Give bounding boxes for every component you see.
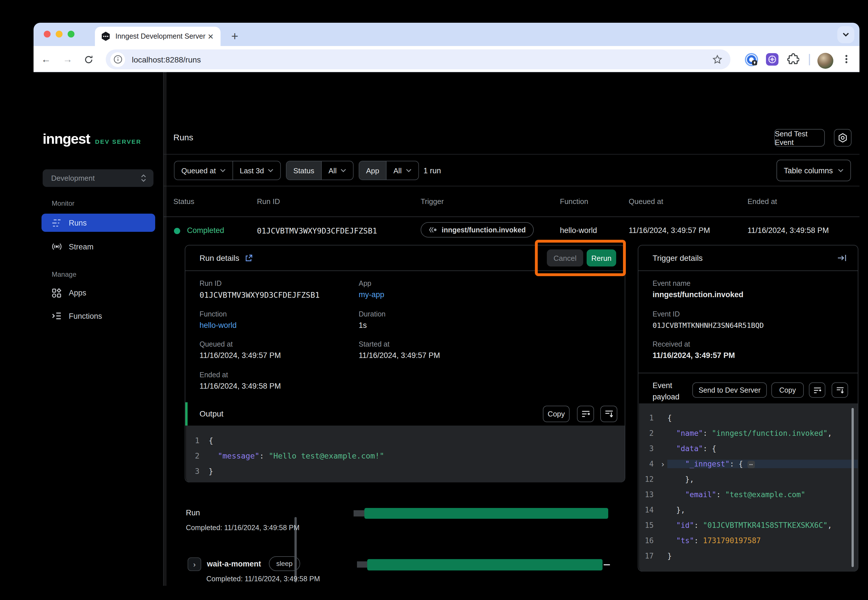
- section-manage-label: Manage: [52, 270, 76, 279]
- tab-search-button[interactable]: [837, 26, 854, 43]
- toolbar-divider: [809, 54, 810, 65]
- col-queued-at[interactable]: Queued at: [629, 197, 663, 206]
- code-line: 3 "data": {: [639, 441, 858, 456]
- send-test-event-button[interactable]: Send Test Event: [774, 129, 825, 147]
- line-number: 4: [639, 460, 658, 468]
- code-text: "email": "test@example.com": [667, 490, 858, 499]
- time-filter[interactable]: Queued at Last 3d: [174, 161, 281, 180]
- payload-code-block: 1{2 "name": "inngest/function.invoked",3…: [639, 403, 858, 571]
- external-link-icon[interactable]: [245, 254, 252, 262]
- sidebar-item-functions[interactable]: Functions: [41, 307, 155, 325]
- code-line: 3}: [186, 463, 625, 479]
- trigger-details-header: Trigger details: [638, 245, 858, 271]
- payload-wrap-icon[interactable]: [809, 382, 826, 398]
- step-expand-button[interactable]: ›: [188, 558, 201, 571]
- table-columns-button[interactable]: Table columns: [777, 160, 851, 181]
- zoom-window-button[interactable]: [68, 31, 74, 38]
- browser-toolbar: ← → localhost:8288/runs: [33, 46, 859, 72]
- status-filter-label: Status: [287, 161, 321, 180]
- sidebar-item-label: Functions: [69, 312, 102, 320]
- col-run-id[interactable]: Run ID: [257, 197, 280, 206]
- row-trigger-pill[interactable]: inngest/function.invoked: [420, 222, 534, 238]
- payload-scrollbar[interactable]: [851, 408, 853, 567]
- new-tab-button[interactable]: +: [227, 29, 243, 44]
- extensions-puzzle-icon[interactable]: [787, 53, 799, 65]
- function-link[interactable]: hello-world: [200, 321, 237, 330]
- payload-copy-button[interactable]: Copy: [771, 382, 804, 398]
- event-name-label: Event name: [653, 280, 690, 288]
- code-line: 16 "ts": 1731790197587: [639, 533, 858, 548]
- payload-expand-icon[interactable]: [832, 382, 848, 398]
- minimize-window-button[interactable]: [56, 31, 62, 38]
- timeline-run-label: Run: [186, 509, 200, 517]
- forward-button[interactable]: →: [60, 52, 75, 67]
- table-row[interactable]: Completed 01JCVBTMV3WXY9D3CFDEJFZSB1 inn…: [164, 217, 859, 244]
- gear-icon: [838, 133, 848, 143]
- collapse-panel-icon[interactable]: [837, 254, 847, 262]
- code-text: }: [667, 552, 858, 560]
- browser-window: Inngest Development Server ✕ + ← → local…: [33, 23, 859, 586]
- output-header[interactable]: Output Copy: [185, 402, 625, 426]
- timeline-step-bar[interactable]: [367, 559, 602, 570]
- bookmark-star-icon[interactable]: [712, 54, 722, 65]
- sidebar-item-stream[interactable]: Stream: [41, 238, 155, 256]
- output-copy-button[interactable]: Copy: [543, 406, 569, 422]
- status-dot: [174, 228, 180, 234]
- tab-strip: Inngest Development Server ✕ +: [33, 23, 859, 46]
- code-line: 2 "name": "inngest/function.invoked",: [639, 426, 858, 441]
- col-trigger[interactable]: Trigger: [420, 197, 444, 206]
- code-line: 1{: [186, 432, 625, 448]
- output-code-block: 1{2 "message": "Hello test@example.com!"…: [186, 426, 625, 482]
- tab-close-icon[interactable]: ✕: [206, 32, 215, 41]
- line-number: 17: [639, 552, 658, 560]
- favicon-inngest-icon: [101, 31, 111, 41]
- page-title: Runs: [173, 132, 193, 142]
- reload-button[interactable]: [81, 52, 96, 67]
- col-status[interactable]: Status: [173, 197, 194, 206]
- sidebar-item-apps[interactable]: Apps: [41, 283, 155, 302]
- row-ended-at: 11/16/2024, 3:49:58 PM: [748, 226, 829, 235]
- col-function[interactable]: Function: [560, 197, 588, 206]
- profile-avatar[interactable]: [817, 53, 833, 69]
- output-expand-icon[interactable]: [600, 406, 617, 422]
- sidebar-item-runs[interactable]: Runs: [41, 214, 155, 232]
- send-to-dev-server-button[interactable]: Send to Dev Server: [692, 382, 767, 398]
- code-line: 15 "id": "01JCVBTMTKR41S8STTKEXSKX6C",: [639, 518, 858, 533]
- output-wrap-icon[interactable]: [577, 406, 594, 422]
- stream-icon: [52, 242, 69, 251]
- menu-kebab-icon[interactable]: [841, 54, 851, 64]
- collapse-chevron-icon[interactable]: ›: [658, 459, 667, 468]
- apps-icon: [52, 288, 69, 297]
- address-bar[interactable]: localhost:8288/runs: [106, 49, 730, 69]
- code-line: 17}: [639, 548, 858, 564]
- main-scrollbar[interactable]: [164, 72, 167, 586]
- col-ended-at[interactable]: Ended at: [748, 197, 777, 206]
- app-filter[interactable]: App All: [359, 161, 419, 180]
- back-button[interactable]: ←: [39, 52, 53, 67]
- section-monitor-label: Monitor: [52, 199, 74, 208]
- app-link[interactable]: my-app: [359, 290, 384, 299]
- browser-tab[interactable]: Inngest Development Server ✕: [95, 27, 220, 46]
- app-label: App: [359, 280, 372, 288]
- close-window-button[interactable]: [44, 31, 51, 38]
- filters-divider: [164, 186, 859, 186]
- password-manager-icon[interactable]: [745, 53, 758, 67]
- code-line: 13 "email": "test@example.com": [639, 487, 858, 502]
- environment-value: Development: [51, 174, 140, 182]
- code-text: {: [667, 414, 858, 422]
- brand-logo: inngest DEV SERVER: [42, 131, 141, 147]
- code-text: "id": "01JCVBTMTKR41S8STTKEXSKX6C",: [667, 521, 858, 530]
- chevron-down-icon: [405, 169, 411, 172]
- site-info-icon[interactable]: [110, 52, 125, 67]
- timeline-run-bar[interactable]: [364, 508, 608, 519]
- status-filter[interactable]: Status All: [286, 161, 354, 180]
- settings-button[interactable]: [834, 129, 851, 147]
- extension-purple-icon[interactable]: [766, 53, 779, 66]
- time-field-value: Queued at: [181, 166, 216, 175]
- chevron-down-icon: [842, 32, 849, 37]
- environment-select[interactable]: Development: [42, 169, 153, 187]
- sidebar-item-label: Runs: [69, 218, 86, 227]
- code-line[interactable]: 4› "_inngest": { ⋯: [639, 456, 858, 471]
- ended-at-label: Ended at: [200, 371, 228, 379]
- sidebar-item-label: Apps: [69, 288, 86, 297]
